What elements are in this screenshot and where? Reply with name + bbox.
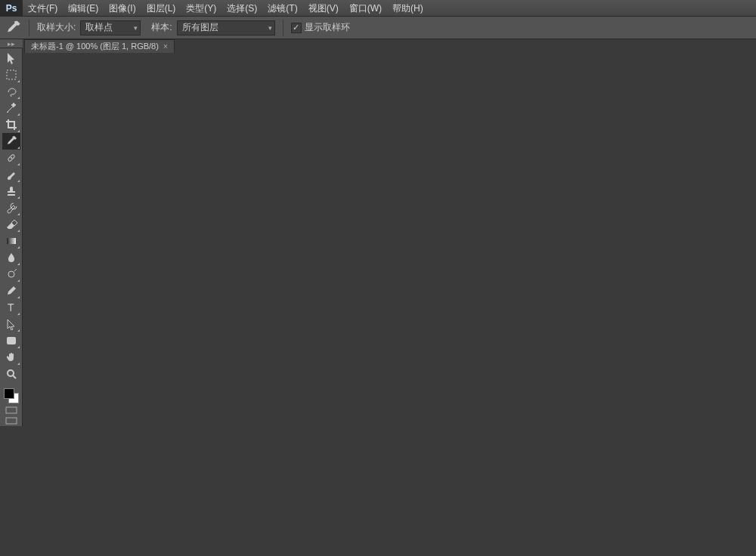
menu-6[interactable]: 滤镜(T) bbox=[262, 0, 302, 17]
chevron-down-icon: ▾ bbox=[134, 24, 138, 32]
tool-move[interactable] bbox=[2, 50, 20, 66]
tool-quick-select[interactable] bbox=[2, 100, 20, 116]
tool-pen[interactable] bbox=[2, 283, 20, 299]
document-tab-title: 未标题-1 @ 100% (图层 1, RGB/8) bbox=[31, 41, 159, 52]
tool-hand[interactable] bbox=[2, 349, 20, 366]
tool-brush[interactable] bbox=[2, 166, 20, 183]
tools-panel: T bbox=[0, 48, 23, 426]
sample-dropdown[interactable]: 所有图层 ▾ bbox=[177, 20, 275, 36]
close-icon[interactable]: × bbox=[163, 42, 168, 51]
menu-1[interactable]: 编辑(E) bbox=[63, 0, 104, 17]
tool-crop[interactable] bbox=[2, 116, 20, 133]
color-swatch[interactable] bbox=[2, 387, 20, 405]
tool-lasso[interactable] bbox=[2, 83, 20, 100]
document-tab-bar: 未标题-1 @ 100% (图层 1, RGB/8) × bbox=[0, 39, 756, 53]
eyedropper-icon bbox=[5, 20, 21, 36]
ps-logo: Ps bbox=[0, 0, 23, 17]
separator bbox=[29, 20, 29, 36]
menu-2[interactable]: 图像(I) bbox=[104, 0, 141, 17]
check-icon: ✓ bbox=[291, 23, 302, 33]
tool-zoom[interactable] bbox=[2, 366, 20, 382]
svg-rect-3 bbox=[7, 238, 16, 244]
sample-size-dropdown[interactable]: 取样点 ▾ bbox=[80, 20, 141, 36]
tool-clone[interactable] bbox=[2, 183, 20, 199]
tool-history-brush[interactable] bbox=[2, 199, 20, 216]
svg-point-7 bbox=[8, 370, 14, 376]
separator bbox=[283, 20, 284, 36]
tool-marquee[interactable] bbox=[2, 66, 20, 83]
menu-0[interactable]: 文件(F) bbox=[23, 0, 63, 17]
menu-7[interactable]: 视图(V) bbox=[303, 0, 344, 17]
sample-size-value: 取样点 bbox=[85, 21, 113, 34]
tool-eraser[interactable] bbox=[2, 216, 20, 233]
menu-4[interactable]: 类型(Y) bbox=[181, 0, 222, 17]
tool-shape[interactable] bbox=[2, 332, 20, 349]
menu-9[interactable]: 帮助(H) bbox=[387, 0, 429, 17]
tool-healing[interactable] bbox=[2, 150, 20, 166]
sample-value: 所有图层 bbox=[182, 21, 218, 34]
tool-gradient[interactable] bbox=[2, 233, 20, 249]
show-ring-checkbox[interactable]: ✓ 显示取样环 bbox=[291, 21, 350, 34]
tool-type[interactable]: T bbox=[2, 299, 20, 316]
menu-5[interactable]: 选择(S) bbox=[222, 0, 262, 17]
svg-point-4 bbox=[8, 271, 14, 277]
svg-point-2 bbox=[11, 157, 12, 159]
screen-mode[interactable] bbox=[2, 415, 20, 426]
options-bar: 取样大小: 取样点 ▾ 样本: 所有图层 ▾ ✓ 显示取样环 bbox=[0, 17, 756, 39]
svg-rect-9 bbox=[6, 418, 17, 424]
tool-path-select[interactable] bbox=[2, 316, 20, 332]
svg-rect-6 bbox=[7, 337, 16, 344]
svg-rect-0 bbox=[7, 70, 16, 79]
chevron-down-icon: ▾ bbox=[268, 24, 272, 32]
tool-eyedropper[interactable] bbox=[2, 133, 20, 150]
show-ring-label: 显示取样环 bbox=[305, 21, 350, 34]
document-tab[interactable]: 未标题-1 @ 100% (图层 1, RGB/8) × bbox=[24, 39, 175, 53]
sample-label: 样本: bbox=[151, 21, 172, 34]
menu-bar: Ps 文件(F)编辑(E)图像(I)图层(L)类型(Y)选择(S)滤镜(T)视图… bbox=[0, 0, 756, 17]
menu-3[interactable]: 图层(L) bbox=[141, 0, 181, 17]
svg-text:T: T bbox=[8, 301, 14, 314]
svg-rect-8 bbox=[6, 407, 17, 413]
tool-blur[interactable] bbox=[2, 249, 20, 266]
tool-dodge[interactable] bbox=[2, 266, 20, 283]
menu-8[interactable]: 窗口(W) bbox=[344, 0, 387, 17]
quick-mask[interactable] bbox=[2, 405, 20, 415]
tools-expand-toggle[interactable]: ▸▸ bbox=[0, 39, 23, 48]
sample-size-label: 取样大小: bbox=[37, 21, 76, 34]
